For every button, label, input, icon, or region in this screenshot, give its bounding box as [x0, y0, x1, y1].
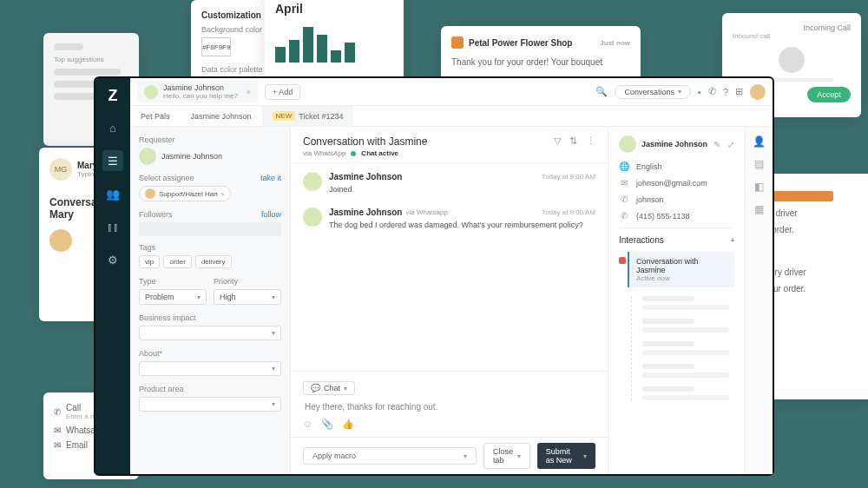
expand-icon[interactable]: ⤢	[727, 140, 734, 149]
chevron-down-icon: ▾	[464, 452, 467, 460]
chevron-down-icon: ▾	[517, 452, 521, 460]
compose-channel-select[interactable]: 💬Chat▾	[303, 381, 355, 395]
email-row: ✉johnson@gmail.com	[619, 178, 734, 188]
close-icon[interactable]: ×	[247, 88, 251, 96]
chevron-down-icon: ▾	[197, 293, 201, 301]
chevron-down-icon: ▾	[344, 385, 347, 392]
close-tab-button[interactable]: Close tab▾	[483, 443, 530, 469]
people-icon: 👥	[106, 188, 120, 201]
more-icon[interactable]: ⋮	[586, 135, 595, 147]
avatar	[303, 172, 322, 191]
nav-views[interactable]: ☰	[102, 150, 123, 171]
ticket-properties-panel: Requester Jasmine Johnson Select assigne…	[130, 127, 291, 474]
type-label: Type	[139, 277, 156, 286]
avatar	[619, 135, 636, 153]
type-select[interactable]: Problem▾	[139, 289, 207, 305]
close-icon: ×	[221, 190, 226, 198]
about-label: About*	[139, 349, 162, 358]
subtab-jasmine[interactable]: Jasmine Johnson	[181, 106, 262, 126]
profile-avatar[interactable]	[750, 84, 766, 100]
emoji-icon[interactable]: ☺	[303, 419, 312, 430]
reports-icon: ⫿⫿	[107, 221, 119, 234]
knowledge-icon[interactable]: ▤	[754, 158, 764, 170]
thumbs-up-icon[interactable]: 👍	[342, 419, 354, 430]
nav-home[interactable]: ⌂	[102, 117, 123, 138]
app2-icon[interactable]: ▦	[754, 203, 764, 215]
compose-textarea[interactable]: Hey there, thanks for reaching out.	[303, 395, 595, 419]
follow-link[interactable]: follow	[261, 210, 281, 219]
attach-icon[interactable]: 📎	[321, 419, 333, 430]
gear-icon: ⚙	[108, 254, 118, 267]
take-it-link[interactable]: take it	[260, 174, 281, 182]
nav-customers[interactable]: 👥	[102, 183, 123, 204]
message-author: Jasmine Johnson	[329, 208, 402, 217]
via-label: via WhatsApp	[303, 149, 345, 157]
phone-icon[interactable]: ✆	[708, 86, 716, 97]
footer-bar: Apply macro▾ Close tab▾ Submit as New▾	[291, 437, 608, 474]
message-via: via Whatsapp	[405, 208, 447, 216]
product-label: Product area	[139, 385, 184, 393]
avatar	[145, 188, 155, 199]
subtabs: Pet Pals Jasmine Johnson NEW Ticket #123…	[130, 106, 773, 127]
priority-label: Priority	[214, 277, 238, 286]
edit-icon[interactable]: ✎	[713, 140, 720, 149]
whatsapp-icon: ✆	[619, 195, 629, 204]
subtab-new-ticket[interactable]: NEW Ticket #1234	[262, 106, 354, 126]
requester-label: Requester	[139, 135, 175, 144]
email-icon: ✉	[619, 178, 629, 188]
avatar	[139, 148, 156, 165]
list-icon: ☰	[108, 155, 118, 168]
message-body: The dog bed I ordered was damaged. What'…	[329, 220, 595, 231]
tags-field[interactable]: vip order delivery	[139, 255, 281, 268]
sort-icon[interactable]: ⇅	[569, 135, 577, 147]
message-body: Joined	[329, 184, 595, 195]
help-icon[interactable]: ?	[723, 87, 728, 97]
product-select[interactable]: ▾	[139, 397, 281, 412]
followers-field[interactable]	[139, 222, 281, 236]
apply-macro-select[interactable]: Apply macro▾	[303, 447, 477, 465]
tab-preview: Hello, can you help me?	[163, 92, 238, 100]
email-icon: ✉	[54, 440, 61, 450]
apps-icon[interactable]: ⊞	[735, 86, 743, 97]
assignee-label: Select assignee	[139, 174, 194, 182]
filter-icon[interactable]: ▽	[554, 135, 561, 147]
user-icon[interactable]: 👤	[753, 135, 766, 148]
conversation-panel: ▽ ⇅ ⋮ Conversation with Jasmine via What…	[291, 127, 608, 474]
phone-icon: ✆	[619, 211, 629, 221]
message-time: Today at 9:00 AM	[542, 173, 595, 181]
add-tab-button[interactable]: + Add	[265, 84, 300, 100]
chevron-down-icon: ▾	[583, 452, 587, 460]
assignee-pill[interactable]: Support/Hazel Han ×	[139, 186, 231, 201]
interaction-timeline	[631, 296, 734, 400]
requester-field[interactable]: Jasmine Johnson	[139, 148, 281, 165]
globe-icon: 🌐	[619, 162, 629, 171]
tags-label: Tags	[139, 243, 155, 252]
apps-rail: 👤 ▤ ◧ ▦	[745, 127, 773, 474]
nav-admin[interactable]: ⚙	[102, 249, 123, 270]
impact-select[interactable]: ▾	[139, 326, 281, 340]
interaction-card[interactable]: Conversation with Jasmine Active now	[628, 252, 734, 287]
conversations-dropdown[interactable]: Conversations▾	[615, 85, 691, 99]
conversation-title: Conversation with Jasmine	[303, 135, 595, 148]
open-tab[interactable]: Jasmine Johnson Hello, can you help me? …	[137, 81, 258, 102]
interactions-section[interactable]: Interactions▴	[619, 228, 734, 252]
customer-name: Jasmine Johnson	[641, 140, 707, 148]
submit-button[interactable]: Submit as New▾	[537, 443, 595, 469]
search-icon[interactable]: 🔍	[595, 86, 608, 97]
chevron-down-icon: ▾	[272, 365, 275, 373]
about-select[interactable]: ▾	[139, 361, 281, 376]
new-badge: NEW	[273, 111, 296, 121]
message-author: Jasmine Johnson	[329, 172, 402, 181]
impact-label: Business impact	[139, 313, 196, 322]
phone-row: ✆(415) 555-1138	[619, 211, 734, 221]
message-row: Jasmine Johnson Today at 9:00 AM Joined	[303, 172, 595, 195]
nav-reports[interactable]: ⫿⫿	[102, 216, 123, 237]
subtab-petpals[interactable]: Pet Pals	[130, 106, 181, 126]
chat-status: Chat active	[361, 149, 398, 157]
zendesk-logo-icon: Z	[108, 87, 118, 105]
priority-select[interactable]: High▾	[214, 289, 281, 305]
topbar: Jasmine Johnson Hello, can you help me? …	[130, 78, 773, 106]
chat-icon[interactable]: ▪	[698, 87, 701, 97]
avatar: MG	[49, 158, 72, 181]
app-icon[interactable]: ◧	[754, 181, 764, 193]
